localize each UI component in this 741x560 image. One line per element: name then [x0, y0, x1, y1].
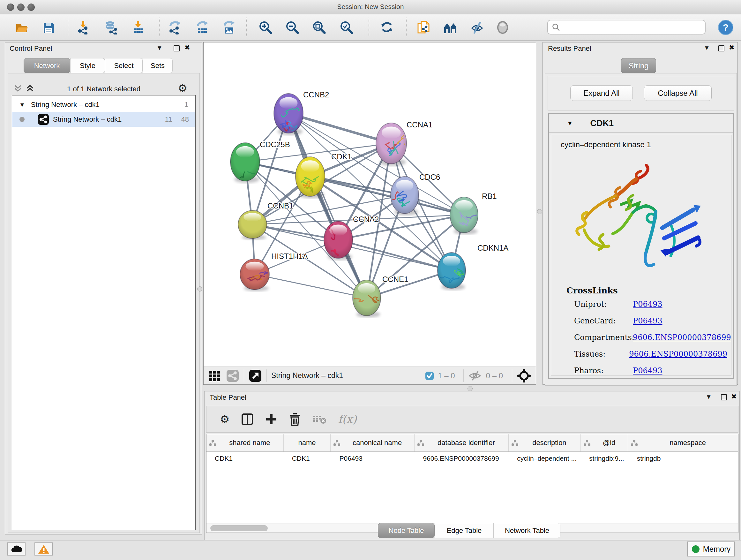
tab-sets[interactable]: Sets [143, 58, 173, 73]
results-panel-float-icon[interactable] [718, 45, 724, 51]
control-panel-float-icon[interactable] [174, 45, 180, 51]
save-session-icon[interactable] [41, 20, 56, 35]
crosslink-link[interactable]: 9606.ENSP00000378699 [629, 350, 727, 359]
column-header-canonical-name[interactable]: canonical name [331, 434, 414, 451]
search-box[interactable] [547, 20, 705, 35]
control-panel-close-icon[interactable]: ✖ [185, 44, 190, 51]
expand-all-button[interactable]: Expand All [570, 85, 633, 101]
table-cell[interactable]: 9606.ENSP00000378699 [415, 452, 509, 462]
crosslink-row: GeneCard:P06493 [574, 316, 727, 325]
add-column-icon[interactable] [265, 413, 277, 425]
crosslink-link[interactable]: P06493 [633, 366, 663, 375]
table-hscrollbar-thumb[interactable] [210, 525, 268, 531]
table-panel-close-icon[interactable]: ✖ [731, 393, 737, 400]
table-cell[interactable]: CDK1 [284, 452, 331, 462]
toolbar-separator [266, 369, 267, 382]
memory-button[interactable]: Memory [687, 542, 735, 557]
table-cell[interactable]: cyclin–dependent ... [509, 452, 581, 462]
export-table-icon[interactable] [195, 20, 210, 35]
table-options-gear-icon[interactable]: ⚙ [220, 413, 229, 426]
zoom-out-icon[interactable] [285, 20, 300, 35]
table-body: CDK1CDK1P064939606.ENSP00000378699cyclin… [206, 452, 738, 462]
table-panel-float-icon[interactable] [721, 394, 727, 400]
export-network-icon[interactable] [167, 20, 183, 35]
crosslink-link[interactable]: P06493 [633, 300, 663, 309]
warning-status-button[interactable] [35, 543, 53, 556]
apply-layout-icon[interactable] [379, 20, 394, 35]
crosslink-link[interactable]: P06493 [633, 316, 663, 325]
column-header-name[interactable]: name [284, 434, 331, 451]
open-session-icon[interactable] [14, 20, 29, 35]
network-collection-label: String Network – cdk1 [31, 101, 99, 109]
node-count: 11 [165, 115, 172, 124]
left-splitter-grip[interactable] [197, 287, 202, 292]
hide-selected-icon[interactable] [470, 20, 485, 35]
grid-view-icon[interactable] [208, 369, 221, 382]
network-options-gear-icon[interactable]: ⚙ [178, 82, 187, 95]
network-view-mode-icon[interactable] [226, 369, 239, 382]
tab-string[interactable]: String [621, 58, 656, 73]
column-header-shared-name[interactable]: shared name [206, 434, 284, 451]
table-cell[interactable]: stringdb [629, 452, 738, 462]
column-header-database-identifier[interactable]: database identifier [414, 434, 509, 451]
control-panel-menu-caret-icon[interactable]: ▼ [158, 45, 161, 51]
import-network-file-icon[interactable] [76, 20, 91, 35]
results-panel-title: Results Panel [548, 44, 591, 53]
node-table[interactable]: shared namenamecanonical namedatabase id… [206, 434, 738, 524]
control-panel-tabs: Network Style Select Sets [23, 58, 173, 73]
show-columns-icon[interactable] [241, 413, 254, 426]
crosslink-label: GeneCard: [574, 316, 633, 325]
svg-text:?: ? [723, 22, 729, 33]
edge-count: 48 [181, 115, 189, 124]
table-cell[interactable]: CDK1 [206, 452, 284, 462]
results-panel-menu-caret-icon[interactable]: ▼ [705, 45, 709, 51]
node-label-CDK1: CDK1 [331, 152, 352, 161]
string-results-container: Expand All Collapse All ▼ CDK1 cyclin–de… [545, 73, 737, 386]
import-network-database-icon[interactable] [104, 20, 119, 35]
tab-style[interactable]: Style [70, 58, 105, 73]
network-view[interactable]: CCNB2CCNA1CDC25BCDK1CDC6RB1CCNB1CCNA2CDK… [203, 42, 536, 385]
table-cell[interactable]: P06493 [331, 452, 415, 462]
toolbar-separator [246, 17, 247, 37]
node-label-CCNB1: CCNB1 [267, 201, 293, 210]
table-cell[interactable]: stringdb:9... [581, 452, 629, 462]
zoom-selected-icon[interactable] [339, 20, 354, 35]
column-header-description[interactable]: description [509, 434, 581, 451]
column-header-namespace[interactable]: namespace [628, 434, 738, 451]
cloud-status-button[interactable] [7, 543, 25, 556]
network-from-selection-icon[interactable] [415, 20, 431, 35]
help-icon[interactable]: ? [718, 20, 733, 35]
result-collapse-caret-icon[interactable]: ▼ [568, 120, 572, 126]
column-header--id[interactable]: @id [581, 434, 628, 451]
detach-view-icon[interactable] [249, 369, 262, 382]
collapse-all-button[interactable]: Collapse All [644, 85, 712, 101]
first-neighbors-icon[interactable] [443, 20, 458, 35]
network-graph-canvas[interactable]: CCNB2CCNA1CDC25BCDK1CDC6RB1CCNB1CCNA2CDK… [204, 43, 536, 367]
tab-select[interactable]: Select [105, 58, 143, 73]
crosslink-link[interactable]: 9606.ENSP00000378699 [633, 333, 731, 342]
protein-structure-image [564, 156, 720, 277]
results-panel: Results Panel ▼ ✖ String Expand All Coll… [542, 42, 738, 385]
zoom-fit-icon[interactable] [312, 20, 327, 35]
bottom-splitter-grip[interactable] [468, 386, 473, 391]
delete-column-icon[interactable] [289, 413, 301, 426]
node-result-header[interactable]: ▼ CDK1 [549, 114, 733, 133]
table-row[interactable]: CDK1CDK1P064939606.ENSP00000378699cyclin… [206, 452, 738, 462]
network-row-selected[interactable]: String Network – cdk1 11 48 [12, 112, 195, 127]
search-input[interactable] [560, 23, 705, 31]
tree-expand-caret-icon[interactable]: ▼ [20, 102, 24, 107]
right-splitter-grip[interactable] [537, 209, 542, 214]
node-label-CCNA1: CCNA1 [407, 120, 432, 129]
birdseye-navigator-icon[interactable] [517, 368, 531, 383]
tab-edge-table[interactable]: Edge Table [434, 523, 494, 538]
zoom-in-icon[interactable] [258, 20, 273, 35]
tab-node-table[interactable]: Node Table [378, 523, 434, 538]
tab-network-table[interactable]: Network Table [494, 523, 560, 538]
network-collection-row[interactable]: ▼ String Network – cdk1 1 [12, 98, 195, 112]
table-panel-menu-caret-icon[interactable]: ▼ [707, 394, 711, 400]
tab-network[interactable]: Network [23, 58, 70, 73]
selected-checkbox-icon[interactable] [425, 371, 434, 380]
import-table-icon[interactable] [131, 20, 146, 35]
results-panel-close-icon[interactable]: ✖ [729, 44, 735, 51]
export-image-icon[interactable] [221, 20, 237, 35]
